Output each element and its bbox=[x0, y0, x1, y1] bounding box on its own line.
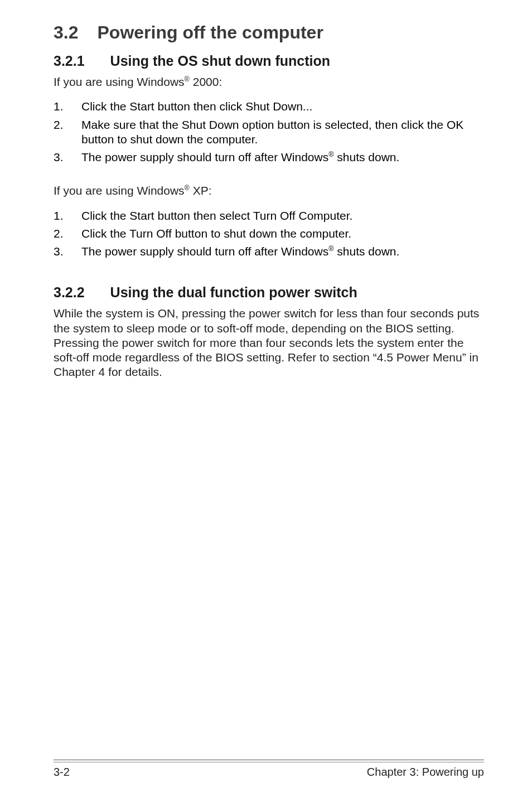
text-fragment: If you are using Windows bbox=[54, 184, 185, 197]
step-text: The power supply should turn off after W… bbox=[81, 151, 328, 163]
steps-list-xp: Click the Start button then select Turn … bbox=[54, 209, 484, 259]
section-number: 3.2 bbox=[54, 22, 78, 43]
chapter-label: Chapter 3: Powering up bbox=[367, 766, 484, 779]
footer-rule bbox=[54, 760, 484, 760]
step-item: Click the Start button then click Shut D… bbox=[54, 99, 484, 114]
registered-symbol: ® bbox=[185, 184, 190, 192]
page-footer: 3-2 Chapter 3: Powering up bbox=[54, 760, 484, 779]
subsection-title: Using the OS shut down function bbox=[110, 53, 330, 69]
page-number: 3-2 bbox=[54, 766, 70, 779]
step-text: Click the Start button then click Shut D… bbox=[81, 100, 312, 113]
step-text: Click the Start button then select Turn … bbox=[81, 209, 352, 222]
step-text: Make sure that the Shut Down option butt… bbox=[81, 118, 463, 146]
step-item: The power supply should turn off after W… bbox=[54, 150, 484, 165]
subsection-number: 3.2.2 bbox=[54, 284, 85, 301]
intro-xp: If you are using Windows® XP: bbox=[54, 183, 484, 198]
text-fragment: 2000: bbox=[190, 75, 222, 88]
subsection-heading: 3.2.1Using the OS shut down function bbox=[54, 53, 484, 69]
step-text: Click the Turn Off button to shut down t… bbox=[81, 227, 351, 240]
intro-2000: If you are using Windows® 2000: bbox=[54, 75, 484, 89]
step-item: The power supply should turn off after W… bbox=[54, 244, 484, 259]
step-text: shuts down. bbox=[333, 245, 399, 258]
text-fragment: XP: bbox=[190, 184, 212, 197]
step-text: shuts down. bbox=[333, 151, 399, 163]
subsection-heading: 3.2.2Using the dual function power switc… bbox=[54, 284, 484, 301]
section-title: Powering off the computer bbox=[97, 22, 323, 42]
footer-rule bbox=[54, 762, 484, 762]
subsection-number: 3.2.1 bbox=[54, 53, 85, 69]
step-item: Click the Start button then select Turn … bbox=[54, 209, 484, 223]
step-item: Make sure that the Shut Down option butt… bbox=[54, 118, 484, 147]
subsection-title: Using the dual function power switch bbox=[110, 284, 357, 300]
text-fragment: If you are using Windows bbox=[54, 75, 185, 88]
step-text: The power supply should turn off after W… bbox=[81, 245, 328, 258]
registered-symbol: ® bbox=[185, 75, 190, 83]
body-paragraph: While the system is ON, pressing the pow… bbox=[54, 306, 484, 379]
steps-list-2000: Click the Start button then click Shut D… bbox=[54, 99, 484, 165]
document-page: 3.2Powering off the computer 3.2.1Using … bbox=[0, 0, 532, 802]
section-heading: 3.2Powering off the computer bbox=[54, 22, 484, 43]
footer-row: 3-2 Chapter 3: Powering up bbox=[54, 766, 484, 779]
step-item: Click the Turn Off button to shut down t… bbox=[54, 226, 484, 241]
